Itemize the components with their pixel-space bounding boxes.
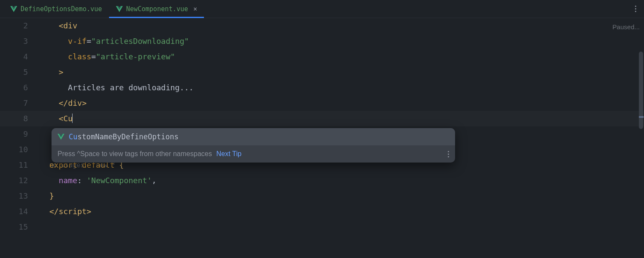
line-number-gutter: 2 3 4 5 6 7 8 9 10 11 12 13 14 15 bbox=[0, 18, 36, 235]
editor-tabs: DefineOptionsDemo.vue NewComponent.vue × bbox=[0, 0, 644, 18]
code-line[interactable]: class="article-preview" bbox=[49, 49, 194, 64]
code-line[interactable]: <Cu bbox=[49, 111, 194, 126]
code-line[interactable] bbox=[49, 219, 194, 235]
autocomplete-label: CustomNameByDefineOptions bbox=[69, 132, 179, 141]
line-number: 15 bbox=[0, 219, 28, 235]
close-icon[interactable]: × bbox=[191, 5, 197, 13]
code-line[interactable]: > bbox=[49, 64, 194, 80]
code-line[interactable]: v-if="articlesDownloading" bbox=[49, 34, 194, 49]
vue-icon bbox=[58, 134, 64, 140]
next-tip-link[interactable]: Next Tip bbox=[216, 150, 242, 158]
vue-icon bbox=[116, 6, 123, 12]
line-number: 10 bbox=[0, 142, 28, 157]
line-number: 9 bbox=[0, 126, 28, 142]
tab-label: DefineOptionsDemo.vue bbox=[21, 5, 102, 13]
footer-hint: Press ^Space to view tags from other nam… bbox=[58, 150, 212, 158]
code-line[interactable]: <div bbox=[49, 18, 194, 34]
line-number: 6 bbox=[0, 80, 28, 95]
text-caret bbox=[72, 114, 73, 123]
code-line[interactable]: Articles are downloading... bbox=[49, 80, 194, 95]
code-line[interactable]: </script> bbox=[49, 204, 194, 219]
code-line[interactable]: } bbox=[49, 188, 194, 204]
line-number: 4 bbox=[0, 49, 28, 64]
line-number: 3 bbox=[0, 34, 28, 49]
code-line[interactable]: </div> bbox=[49, 95, 194, 111]
tabs-menu-button[interactable] bbox=[627, 6, 644, 12]
autocomplete-menu-button[interactable] bbox=[448, 151, 449, 157]
caret-position-mark bbox=[639, 116, 644, 118]
code-editor[interactable]: 2 3 4 5 6 7 8 9 10 11 12 13 14 15 <div v… bbox=[0, 18, 644, 235]
line-number: 14 bbox=[0, 204, 28, 219]
line-number: 7 bbox=[0, 95, 28, 111]
autocomplete-footer: Press ^Space to view tags from other nam… bbox=[52, 145, 455, 163]
tab-define-options-demo[interactable]: DefineOptionsDemo.vue bbox=[3, 0, 109, 18]
line-number: 11 bbox=[0, 157, 28, 173]
vue-icon bbox=[10, 6, 17, 12]
tab-label: NewComponent.vue bbox=[126, 5, 188, 13]
code-line[interactable]: name: 'NewComponent', bbox=[49, 173, 194, 188]
autocomplete-popup: CustomNameByDefineOptions Press ^Space t… bbox=[52, 128, 455, 163]
line-number: 13 bbox=[0, 188, 28, 204]
line-number: 12 bbox=[0, 173, 28, 188]
tab-new-component[interactable]: NewComponent.vue × bbox=[109, 0, 204, 18]
autocomplete-item[interactable]: CustomNameByDefineOptions bbox=[52, 128, 455, 145]
code-content[interactable]: <div v-if="articlesDownloading" class="a… bbox=[36, 18, 194, 235]
line-number: 5 bbox=[0, 64, 28, 80]
line-number: 2 bbox=[0, 18, 28, 34]
